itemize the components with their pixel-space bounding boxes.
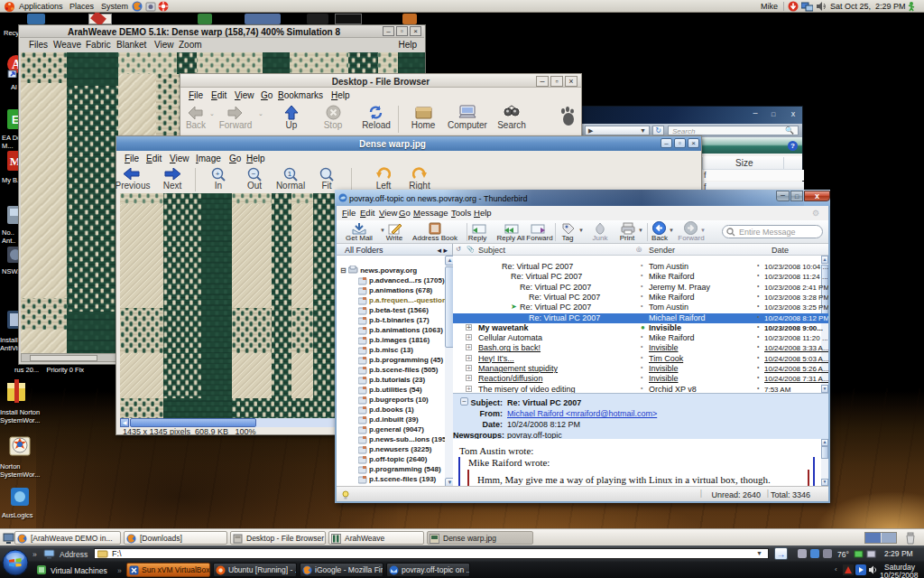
- svg-text:−: −: [252, 170, 256, 178]
- svg-text:1: 1: [288, 170, 292, 178]
- svg-text:+: +: [216, 170, 220, 178]
